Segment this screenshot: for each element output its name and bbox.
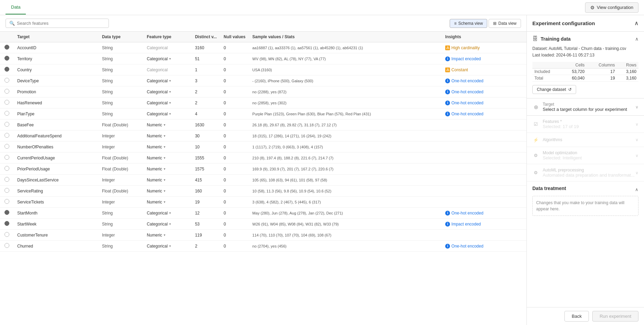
ftype-cell[interactable]: Categorical▾ [143,97,192,108]
target-radio[interactable] [4,221,9,226]
dtype-cell: Float (Double) [99,186,143,197]
ftype-chevron-icon[interactable]: ▾ [169,101,171,105]
target-cell[interactable] [0,153,14,164]
target-radio[interactable] [4,232,9,237]
target-radio[interactable] [4,243,9,248]
target-radio[interactable] [4,122,9,127]
ftype-cell[interactable]: Numeric▾ [143,153,192,164]
ftype-cell[interactable]: Numeric▾ [143,130,192,141]
config-item-text: Model optimizationSelected: Intelligent [543,150,582,160]
schema-view-button[interactable]: ≡ Schema view [450,19,487,28]
sample-cell: 1 (1117), 2 (719), 0 (663), 3 (408), 4 (… [249,141,442,153]
target-cell[interactable] [0,75,14,86]
target-radio[interactable] [4,78,9,83]
target-cell[interactable] [0,241,14,252]
config-item-model-optimization[interactable]: ⚙Model optimizationSelected: Intelligent… [527,147,644,164]
target-cell[interactable] [0,64,14,75]
ftype-chevron-icon[interactable]: ▾ [164,134,165,138]
ftype-cell[interactable]: Numeric▾ [143,141,192,153]
panel-collapse-icon[interactable]: ∧ [634,20,638,27]
ftype-cell[interactable]: Numeric▾ [143,119,192,130]
ftype-chevron-icon[interactable]: ▾ [169,90,171,94]
ftype-chevron-icon[interactable]: ▾ [164,156,165,160]
target-radio[interactable] [4,166,9,171]
ftype-chevron-icon[interactable]: ▾ [169,244,171,248]
data-treatment-collapse-icon[interactable]: ∧ [635,187,638,192]
config-item-automl-preprocessing[interactable]: ⚙AutoML preprocessingAutomated data prep… [527,164,644,181]
ftype-chevron-icon[interactable]: ▾ [164,178,165,182]
ftype-cell[interactable]: Numeric▾ [143,186,192,197]
target-cell[interactable] [0,97,14,108]
config-item-features[interactable]: ☑Features *Selected: 17 of 19∨ [527,116,644,133]
ftype-cell[interactable]: Categorical▾ [143,86,192,97]
ftype-chevron-icon[interactable]: ▾ [169,112,171,116]
change-dataset-button[interactable]: Change dataset ↺ [532,85,576,94]
tab-data[interactable]: Data [6,0,26,14]
view-config-button[interactable]: ⚙ View configuration [585,2,638,13]
target-cell[interactable] [0,219,14,230]
ftype-cell[interactable]: Categorical▾ [143,53,192,64]
config-item-target[interactable]: ◎TargetSelect a target column for your e… [527,98,644,116]
ftype-chevron-icon[interactable]: ▾ [164,167,165,171]
target-radio[interactable] [4,45,9,50]
distinct-cell: 1630 [192,119,220,130]
target-cell[interactable] [0,86,14,97]
target-radio[interactable] [4,89,9,94]
target-cell[interactable] [0,208,14,219]
target-cell[interactable] [0,130,14,141]
ftype-cell[interactable]: Categorical▾ [143,208,192,219]
config-item-text: AutoML preprocessingAutomated data prepa… [543,168,635,178]
ftype-cell[interactable]: Numeric▾ [143,230,192,241]
insight-text: One-hot encoded [451,244,483,249]
target-cell[interactable] [0,164,14,175]
target-radio[interactable] [4,100,9,105]
search-input[interactable] [17,21,105,26]
target-radio[interactable] [4,177,9,182]
target-cell[interactable] [0,230,14,241]
ftype-cell[interactable]: Categorical▾ [143,241,192,252]
back-button[interactable]: Back [564,311,589,322]
ftype-chevron-icon[interactable]: ▾ [169,57,171,61]
target-cell[interactable] [0,108,14,119]
target-cell[interactable] [0,197,14,208]
ftype-cell[interactable]: Categorical▾ [143,75,192,86]
target-radio[interactable] [4,155,9,160]
target-cell[interactable] [0,119,14,130]
ftype-chevron-icon[interactable]: ▾ [164,145,165,149]
run-experiment-button[interactable]: Run experiment [592,311,638,322]
ftype-cell[interactable]: Numeric▾ [143,164,192,175]
ftype-cell[interactable]: Categorical▾ [143,108,192,119]
target-cell[interactable] [0,42,14,53]
config-chevron-icon: ∨ [635,105,638,109]
main-layout: 🔍 ≡ Schema view ⊞ Data view [0,15,644,325]
target-cell[interactable] [0,175,14,186]
ftype-chevron-icon[interactable]: ▾ [164,123,165,127]
ftype-chevron-icon[interactable]: ▾ [169,222,171,226]
ftype-chevron-icon[interactable]: ▾ [169,79,171,83]
target-radio[interactable] [4,144,9,149]
info-icon: i [445,244,450,249]
target-radio[interactable] [4,133,9,138]
target-radio[interactable] [4,210,9,215]
ftype-chevron-icon[interactable]: ▾ [164,233,165,237]
ftype-cell[interactable]: Categorical▾ [143,219,192,230]
target-cell[interactable] [0,53,14,64]
training-data-collapse-icon[interactable]: ∧ [635,36,638,42]
target-radio[interactable] [4,56,9,61]
ftype-chevron-icon[interactable]: ▾ [169,211,171,215]
target-radio[interactable] [4,67,9,72]
data-view-button[interactable]: ⊞ Data view [489,19,521,28]
ftype-cell[interactable]: Numeric▾ [143,197,192,208]
target-radio[interactable] [4,188,9,193]
nulls-cell: 0 [220,141,249,153]
target-radio[interactable] [4,111,9,116]
config-chevron-icon: ∨ [635,137,638,142]
target-radio[interactable] [4,199,9,204]
ftype-chevron-icon[interactable]: ▾ [164,200,165,204]
ftype-cell[interactable]: Numeric▾ [143,175,192,186]
config-item-algorithms[interactable]: ⚡Algorithms∨ [527,133,644,147]
feature-name-cell: BaseFee [14,119,99,130]
target-cell[interactable] [0,186,14,197]
target-cell[interactable] [0,141,14,153]
ftype-chevron-icon[interactable]: ▾ [164,189,165,193]
